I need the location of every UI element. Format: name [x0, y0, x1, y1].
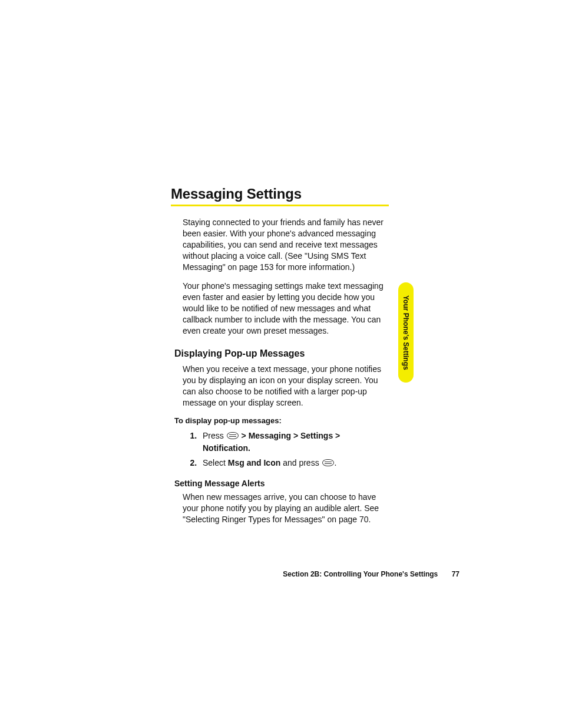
instruction-lead: To display pop-up messages: — [174, 416, 389, 425]
menu-key-icon — [227, 432, 239, 439]
step-2-pre: Select — [203, 458, 228, 467]
title-underline — [171, 205, 389, 206]
subheading-popup: Displaying Pop-up Messages — [174, 348, 389, 359]
step-2-bold: Msg and Icon — [228, 458, 280, 467]
step-2-mid: and press — [280, 458, 321, 467]
section-tab: Your Phone's Settings — [398, 282, 414, 383]
intro-paragraph-1: Staying connected to your friends and fa… — [183, 217, 386, 272]
page-content: Messaging Settings Staying connected to … — [171, 186, 389, 533]
step-1-pre: Press — [203, 431, 226, 440]
section-tab-label: Your Phone's Settings — [402, 295, 410, 370]
alerts-paragraph: When new messages arrive, you can choose… — [183, 492, 386, 525]
section-title: Messaging Settings — [171, 186, 389, 202]
menu-key-icon — [322, 459, 334, 466]
page-footer: Section 2B: Controlling Your Phone's Set… — [171, 570, 562, 578]
footer-page-number: 77 — [452, 570, 459, 578]
subheading-alerts: Setting Message Alerts — [174, 479, 389, 488]
popup-paragraph: When you receive a text message, your ph… — [183, 364, 386, 409]
steps-list: Press > Messaging > Settings > Notificat… — [189, 430, 389, 469]
step-2-end: . — [335, 458, 337, 467]
step-1: Press > Messaging > Settings > Notificat… — [199, 430, 389, 454]
intro-paragraph-2: Your phone's messaging settings make tex… — [183, 281, 386, 336]
step-2: Select Msg and Icon and press . — [199, 457, 389, 469]
footer-section-label: Section 2B: Controlling Your Phone's Set… — [283, 570, 438, 578]
